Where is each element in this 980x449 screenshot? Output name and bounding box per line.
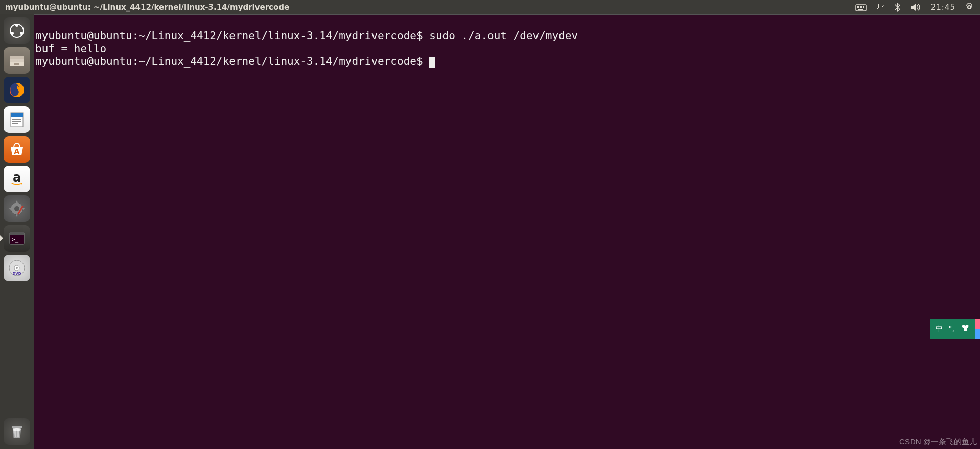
svg-rect-3 [860, 6, 861, 7]
network-icon[interactable] [876, 3, 885, 12]
window-title: myubuntu@ubuntu: ~/Linux_4412/kernel/lin… [5, 3, 855, 12]
svg-rect-22 [11, 113, 23, 117]
svg-rect-10 [863, 7, 864, 8]
dash-icon[interactable] [4, 17, 30, 44]
writer-icon[interactable] [4, 106, 30, 133]
terminal-window[interactable]: myubuntu@ubuntu:~/Linux_4412/kernel/linu… [34, 14, 980, 449]
svg-point-13 [15, 24, 18, 27]
svg-text:DVD: DVD [12, 272, 21, 276]
gear-icon[interactable] [965, 3, 974, 12]
watermark: CSDN @一条飞的鱼儿 [899, 437, 977, 447]
svg-rect-7 [858, 7, 859, 8]
svg-point-39 [13, 428, 21, 431]
settings-icon[interactable] [4, 195, 30, 222]
svg-rect-5 [863, 6, 864, 7]
ime-punct[interactable]: °, [949, 325, 954, 333]
clock[interactable]: 21:45 [931, 3, 955, 12]
ime-lang[interactable]: 中 [936, 324, 943, 333]
svg-text:>_: >_ [12, 236, 19, 243]
svg-text:a: a [13, 170, 21, 185]
svg-rect-8 [860, 7, 861, 8]
svg-rect-16 [10, 56, 24, 59]
files-icon[interactable] [4, 47, 30, 74]
trash-icon[interactable] [4, 418, 30, 445]
svg-point-36 [16, 267, 18, 269]
volume-icon[interactable] [911, 3, 922, 12]
ime-widget[interactable]: 中 °, [930, 319, 980, 339]
firefox-icon[interactable] [4, 77, 30, 103]
system-tray: 21:45 [855, 2, 980, 12]
svg-rect-1 [857, 6, 858, 7]
svg-rect-38 [12, 426, 22, 428]
svg-rect-32 [10, 232, 24, 235]
keyboard-icon[interactable] [855, 3, 867, 11]
terminal-cursor [429, 57, 435, 68]
disc-icon[interactable]: DVD [4, 255, 30, 281]
svg-rect-23 [12, 119, 21, 120]
terminal-icon[interactable]: >_ [4, 225, 30, 252]
software-center-icon[interactable]: A [4, 136, 30, 163]
amazon-icon[interactable]: a [4, 166, 30, 192]
svg-rect-6 [857, 7, 858, 8]
terminal-prompt: myubuntu@ubuntu:~/Linux_4412/kernel/linu… [35, 55, 429, 68]
top-menubar: myubuntu@ubuntu: ~/Linux_4412/kernel/lin… [0, 0, 980, 14]
ime-handle[interactable] [975, 319, 980, 339]
terminal-command: sudo ./a.out /dev/mydev [429, 30, 578, 42]
svg-point-15 [20, 32, 23, 35]
terminal-output: buf = hello [35, 42, 106, 55]
svg-text:A: A [14, 147, 20, 155]
svg-rect-19 [14, 63, 19, 65]
svg-rect-24 [12, 121, 21, 122]
bluetooth-icon[interactable] [894, 2, 901, 12]
svg-rect-4 [861, 6, 862, 7]
svg-rect-11 [858, 9, 863, 10]
svg-rect-2 [858, 6, 859, 7]
svg-rect-9 [861, 7, 862, 8]
launcher: A a >_ DVD [0, 14, 34, 449]
svg-rect-25 [12, 123, 18, 124]
svg-point-14 [11, 32, 14, 35]
svg-rect-17 [10, 59, 24, 62]
terminal-prompt: myubuntu@ubuntu:~/Linux_4412/kernel/linu… [35, 30, 429, 42]
svg-point-29 [14, 206, 19, 211]
ime-skin-icon[interactable] [961, 324, 970, 334]
